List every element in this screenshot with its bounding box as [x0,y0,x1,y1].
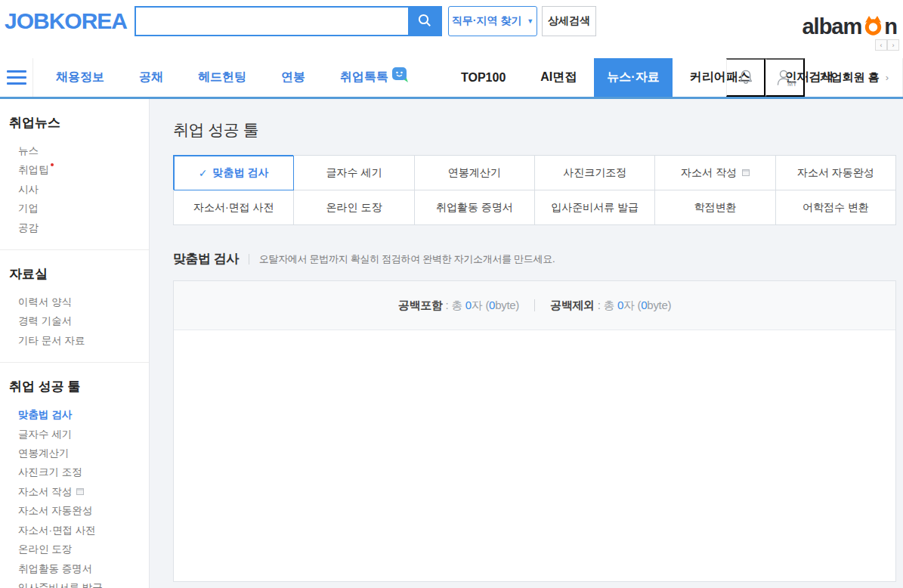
nav-utility: MY 기업회원 홈 › [726,58,903,97]
sidebar-item[interactable]: 사진크기 조정 [9,463,140,481]
sidebar-item[interactable]: 연봉계산기 [9,444,140,463]
albamon-monster-icon [861,12,884,42]
notification-bell-icon[interactable] [726,58,765,97]
page-title: 취업 성공 툴 [173,119,903,141]
job-area-finder-button[interactable]: 직무·지역 찾기 ▼ [448,6,537,36]
sidebar: 취업뉴스 뉴스 취업팁 시사 기업 공감 자료실 이력서 양식 경력 기술서 기… [0,99,150,588]
sidebar-section-news: 취업뉴스 뉴스 취업팁 시사 기업 공감 [0,99,149,250]
tool-tab[interactable]: 어학점수 변환 [776,190,896,225]
sidebar-item[interactable]: 기업 [9,199,140,218]
sidebar-item[interactable]: 자소서·면접 사전 [9,521,140,540]
tool-tab[interactable]: 자소서 작성 [655,156,775,190]
divider [534,299,535,311]
new-badge-dot [51,163,54,166]
nav-item-news-data[interactable]: 뉴스·자료 [594,58,672,97]
sidebar-section-tools: 취업 성공 툴 맞춤법 검사 글자수 세기 연봉계산기 사진크기 조정 자소서 … [0,363,149,588]
count-exclude-spaces: 공백제외 : 총 0자 (0byte) [550,299,671,313]
my-label: MY [787,80,796,88]
tool-tab[interactable]: 글자수 세기 [294,156,414,190]
tool-tab[interactable]: 자소서 자동완성 [776,156,896,190]
sidebar-item[interactable]: 기타 문서 자료 [9,331,140,350]
search-icon [417,13,432,30]
detail-search-button[interactable]: 상세검색 [542,6,596,36]
sidebar-tools-list: 맞춤법 검사 글자수 세기 연봉계산기 사진크기 조정 자소서 작성 자소서 자… [9,405,140,588]
user-my-icon[interactable]: MY [765,58,805,97]
external-link-icon [742,169,750,176]
sidebar-library-list: 이력서 양식 경력 기술서 기타 문서 자료 [9,292,140,350]
sidebar-item[interactable]: 글자수 세기 [9,425,140,444]
nav-item-top100[interactable]: TOP100 [444,58,523,97]
sidebar-item[interactable]: 자소서 자동완성 [9,501,140,520]
global-nav: 채용정보 공채 헤드헌팅 연봉 취업톡톡 TOP100 AI면접 뉴스·자료 커… [0,58,903,99]
tool-tab[interactable]: 자소서·면접 사전 [174,190,294,225]
sidebar-news-list: 뉴스 취업팁 시사 기업 공감 [9,141,140,237]
top-header: JOBKOREA 직무·지역 찾기 ▼ 상세검색 albam n ‹ › [0,0,903,58]
sidebar-item[interactable]: 공감 [9,218,140,237]
sidebar-item[interactable]: 뉴스 [9,141,140,160]
editor-area [174,330,895,581]
sidebar-item[interactable]: 시사 [9,180,140,199]
sidebar-title-tools[interactable]: 취업 성공 툴 [9,378,140,395]
nav-item-headhunting[interactable]: 헤드헌팅 [181,58,264,97]
hamburger-menu-icon[interactable] [0,58,33,97]
char-count-bar: 공백포함 : 총 0자 (0byte) 공백제외 : 총 0자 (0byte) [174,281,895,330]
tool-tab[interactable]: 온라인 도장 [294,190,414,225]
divider [249,254,249,265]
biz-member-home-link[interactable]: 기업회원 홈 › [805,58,902,97]
nav-item-open-recruit[interactable]: 공채 [122,58,181,97]
chat-bubble-icon [391,67,410,86]
sidebar-item[interactable]: 경력 기술서 [9,311,140,330]
sidebar-title-news[interactable]: 취업뉴스 [9,114,140,132]
tool-tab[interactable]: 취업활동 증명서 [415,190,535,225]
sidebar-item[interactable]: 이력서 양식 [9,292,140,311]
sidebar-item[interactable]: 맞춤법 검사 [9,405,140,424]
chevron-right-icon: › [886,72,889,83]
jobkorea-logo[interactable]: JOBKOREA [5,8,127,34]
tool-name: 맞춤법 검사 [173,250,239,268]
albamon-logo[interactable]: albam n [802,12,897,42]
sidebar-item[interactable]: 자소서 작성 [9,482,140,501]
sidebar-item[interactable]: 취업팁 [9,160,140,179]
external-link-icon [76,488,84,495]
sidebar-item[interactable]: 온라인 도장 [9,540,140,559]
carousel-next-button[interactable]: › [887,39,899,51]
brand-carousel: ‹ › [875,39,899,51]
tool-header: 맞춤법 검사 오탈자에서 문법까지 확실히 점검하여 완벽한 자기소개서를 만드… [173,250,903,268]
search-input[interactable] [136,8,408,35]
tool-tab[interactable]: 입사준비서류 발급 [535,190,655,225]
sidebar-section-library: 자료실 이력서 양식 경력 기술서 기타 문서 자료 [0,250,149,363]
sidebar-title-library[interactable]: 자료실 [9,265,140,283]
check-icon: ✓ [199,167,208,179]
nav-item-recruit-info[interactable]: 채용정보 [39,58,122,97]
tool-description: 오탈자에서 문법까지 확실히 점검하여 완벽한 자기소개서를 만드세요. [259,252,555,266]
tool-tab-grid: ✓맞춤법 검사 글자수 세기 연봉계산기 사진크기조정 자소서 작성 자소서 자… [173,155,896,225]
sidebar-item[interactable]: 입사준비서류 발급 [9,578,140,588]
tool-tab[interactable]: ✓맞춤법 검사 [174,156,294,190]
caret-down-icon: ▼ [527,17,533,25]
tool-tab[interactable]: 연봉계산기 [415,156,535,190]
spellcheck-panel: 공백포함 : 총 0자 (0byte) 공백제외 : 총 0자 (0byte) [173,280,896,582]
nav-item-ai-interview[interactable]: AI면접 [523,58,594,97]
search-box [135,6,442,36]
count-include-spaces: 공백포함 : 총 0자 (0byte) [398,299,519,313]
nav-item-job-talk[interactable]: 취업톡톡 [323,58,427,97]
nav-item-salary[interactable]: 연봉 [264,58,323,97]
carousel-prev-button[interactable]: ‹ [875,39,887,51]
tool-tab[interactable]: 학점변환 [655,190,775,225]
sidebar-item[interactable]: 취업활동 증명서 [9,559,140,578]
search-button[interactable] [408,8,441,35]
main-content: 취업 성공 툴 ✓맞춤법 검사 글자수 세기 연봉계산기 사진크기조정 자소서 … [150,99,903,588]
spellcheck-textarea[interactable] [174,330,895,581]
tool-tab[interactable]: 사진크기조정 [535,156,655,190]
